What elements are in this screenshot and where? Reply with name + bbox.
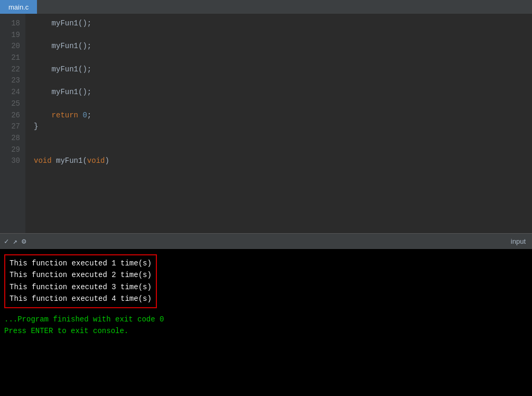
code-line: myFun1(); [34, 18, 524, 30]
code-line: myFun1(); [34, 87, 524, 98]
editor-area: 18192021222324252627282930 myFun1(); myF… [0, 14, 532, 233]
code-line [34, 144, 524, 156]
code-line [34, 30, 524, 41]
chevron-down-icon[interactable]: ✓ [4, 237, 8, 246]
code-line [34, 133, 524, 144]
output-box: This function executed 1 time(s)This fun… [4, 254, 157, 308]
output-line: This function executed 3 time(s) [10, 281, 152, 293]
tab-bar: main.c [0, 0, 532, 14]
console-area: This function executed 1 time(s)This fun… [0, 249, 532, 396]
expand-icon[interactable]: ↗ [13, 237, 17, 246]
exit-line: Press ENTER to exit console. [4, 325, 528, 337]
output-line: This function executed 2 time(s) [10, 269, 152, 281]
code-line [34, 98, 524, 110]
output-line: This function executed 1 time(s) [10, 257, 152, 269]
code-line: void myFun1(void) [34, 155, 524, 167]
bottom-section: This function executed 1 time(s)This fun… [0, 249, 532, 396]
code-line: } [34, 121, 524, 133]
code-line: return 0; [34, 110, 524, 122]
code-line [34, 75, 524, 87]
code-line: myFun1(); [34, 41, 524, 52]
panel-toolbar: ✓ ↗ ⚙ input [0, 233, 532, 249]
settings-icon[interactable]: ⚙ [22, 237, 26, 246]
input-label: input [511, 237, 526, 245]
finish-line: ...Program finished with exit code 0 [4, 314, 528, 325]
output-line: This function executed 4 time(s) [10, 293, 152, 305]
tab-main-c[interactable]: main.c [0, 0, 37, 14]
code-line [34, 52, 524, 64]
line-numbers: 18192021222324252627282930 [0, 14, 25, 233]
code-line: myFun1(); [34, 64, 524, 76]
code-content[interactable]: myFun1(); myFun1(); myFun1(); myFun1(); … [25, 14, 532, 233]
